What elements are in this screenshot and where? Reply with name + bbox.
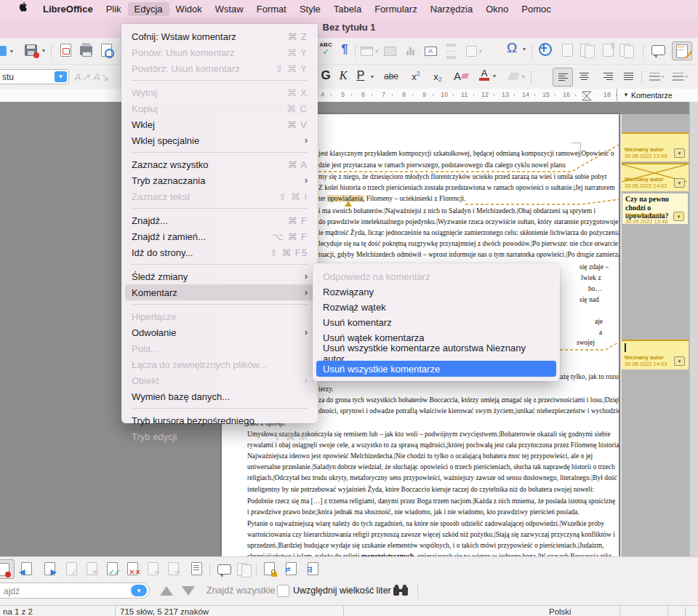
italic-icon[interactable]: K: [336, 68, 350, 83]
underline-dropdown-icon[interactable]: ▼: [369, 69, 375, 84]
accept-all-changes-icon[interactable]: ✓✓: [105, 561, 119, 576]
comment-menu-button[interactable]: ▼: [674, 356, 685, 366]
submenu-item-delete-comment[interactable]: Usuń komentarz: [316, 315, 556, 330]
match-case-checkbox[interactable]: [277, 585, 289, 597]
bold-icon[interactable]: G: [318, 68, 333, 83]
menubar-item-wstaw[interactable]: Wstaw: [209, 2, 250, 16]
highlight-color-icon[interactable]: [506, 69, 521, 84]
comment-menu-button[interactable]: ▼: [673, 212, 684, 221]
page-break-icon[interactable]: [444, 44, 458, 58]
menubar-item-format[interactable]: Format: [250, 2, 293, 16]
status-language[interactable]: Polski: [549, 607, 571, 616]
comment-anchor-highlight[interactable]: opowiadania,: [327, 195, 364, 202]
menu-item-track-changes[interactable]: Śledź zmiany›: [125, 268, 314, 284]
menubar-item-widok[interactable]: Widok: [169, 2, 209, 16]
menubar-item-plik[interactable]: Plik: [100, 2, 128, 16]
decrease-font-size-icon[interactable]: A↘: [94, 70, 108, 84]
menubar-item-libreoffice[interactable]: LibreOffice: [36, 2, 100, 16]
comment-menu-button[interactable]: ▼: [674, 178, 685, 188]
subscript-icon[interactable]: x2: [430, 69, 445, 84]
comment-card[interactable]: Czy na pewno chodzi o opowiadania? Niezn…: [622, 193, 689, 225]
align-left-icon[interactable]: [553, 68, 573, 87]
comment-bubble-icon[interactable]: [217, 562, 231, 577]
menubar-item-narzedzia[interactable]: Narzędzia: [424, 2, 480, 16]
insert-endnote-icon[interactable]: [580, 43, 595, 57]
comment-card[interactable]: Nieznany autor 30.05.2022 14:02 ▼: [622, 163, 689, 191]
comment-menu-button[interactable]: ▼: [674, 148, 685, 158]
underline-icon[interactable]: P: [353, 68, 368, 83]
submenu-item-resolve-thread[interactable]: Rozwiąż wątek: [316, 300, 556, 315]
formatting-marks-icon[interactable]: ¶: [337, 42, 352, 57]
special-character-dropdown-icon[interactable]: ▼: [521, 41, 527, 56]
spellcheck-icon[interactable]: ABC✓: [318, 41, 333, 56]
search-input[interactable]: ajdź ▼: [0, 583, 150, 599]
find-all-button[interactable]: Znajdź wszystkie: [206, 585, 275, 596]
record-changes-icon[interactable]: [0, 559, 15, 579]
submenu-item-delete-all-comments[interactable]: Usuń wszystkie komentarze: [316, 361, 556, 377]
save-dropdown-icon[interactable]: ▼: [41, 43, 47, 57]
clear-formatting-icon[interactable]: A: [454, 68, 468, 83]
cross-reference-icon[interactable]: [619, 43, 634, 57]
insert-comment-icon[interactable]: [651, 43, 665, 57]
menu-item-reference[interactable]: Odwołanie›: [125, 324, 314, 340]
open-icon[interactable]: [0, 44, 7, 58]
insert-footnote-icon[interactable]: [560, 43, 574, 57]
bullet-list-dropdown-icon[interactable]: ▼: [660, 69, 666, 84]
font-color-dropdown-icon[interactable]: ▼: [492, 68, 497, 83]
text-box-icon[interactable]: A: [423, 44, 438, 58]
insert-image-icon[interactable]: [382, 44, 397, 58]
menu-item-paste[interactable]: Wklej⌘ V: [125, 116, 314, 132]
reject-all-changes-icon[interactable]: ✕✕: [125, 561, 140, 576]
paragraph-style-combo[interactable]: stu ▼: [0, 69, 69, 84]
open-dropdown-icon[interactable]: ▼: [9, 44, 15, 58]
menubar-item-edycja[interactable]: Edycja: [128, 2, 169, 16]
find-previous-icon[interactable]: [160, 586, 173, 596]
indent-marker[interactable]: [582, 91, 592, 101]
insert-chart-icon[interactable]: [403, 44, 417, 58]
apple-icon[interactable]: [0, 2, 36, 16]
hyperlink-icon[interactable]: [538, 42, 553, 57]
merge-document-icon[interactable]: ⇶: [305, 561, 320, 576]
find-next-icon[interactable]: [182, 586, 195, 596]
insert-bookmark-icon[interactable]: [601, 43, 615, 57]
print-icon[interactable]: [79, 43, 93, 57]
submenu-item-delete-by-author[interactable]: Usuń wszystkie komentarze autorstwa Niez…: [316, 345, 556, 361]
menu-item-go-to-page[interactable]: Idź do strony...⇧ ⌘ F5: [125, 244, 314, 260]
numbered-list-icon[interactable]: [670, 69, 685, 84]
highlight-color-dropdown-icon[interactable]: ▼: [521, 69, 526, 84]
save-icon[interactable]: [23, 43, 38, 57]
special-character-icon[interactable]: Ω: [505, 41, 519, 55]
insert-field-icon[interactable]: [464, 44, 478, 58]
insert-table-icon[interactable]: [359, 44, 374, 58]
menu-item-direct-cursor-mode[interactable]: Tryb kursora bezpośredniego: [125, 412, 314, 428]
insert-table-dropdown-icon[interactable]: ▼: [374, 44, 380, 58]
menubar-item-tabela[interactable]: Tabela: [327, 2, 368, 16]
align-justify-icon[interactable]: [621, 69, 635, 84]
export-pdf-icon[interactable]: [58, 43, 73, 57]
status-word-count[interactable]: 715 słów, 5 217 znaków: [120, 607, 209, 616]
horizontal-ruler[interactable]: 4 5 6 7 8 9 10 11 12 13 14 15 16 17 18 ▼…: [0, 89, 698, 103]
comment-card[interactable]: Nieznany autor 30.05.2022 13:49 ▼: [622, 132, 689, 161]
increase-font-size-icon[interactable]: A↗: [75, 70, 89, 84]
protect-changes-icon[interactable]: [262, 561, 276, 576]
menu-item-exchange-database[interactable]: Wymień bazę danych...: [125, 388, 314, 404]
find-replace-icon[interactable]: [393, 584, 409, 597]
menu-item-paste-special[interactable]: Wklej specjalnie›: [125, 132, 314, 148]
menu-item-selection-mode[interactable]: Tryb zaznaczania›: [125, 172, 314, 188]
superscript-icon[interactable]: x2: [409, 69, 423, 84]
insert-field-dropdown-icon[interactable]: ▼: [478, 44, 484, 58]
track-changes-edit-icon[interactable]: [672, 41, 692, 60]
print-preview-icon[interactable]: [99, 43, 113, 57]
menu-item-find-replace[interactable]: Znajdź i zamień...⌥ ⌘ F: [125, 228, 314, 244]
menu-item-undo[interactable]: Cofnij: Wstaw komentarz⌘ Z: [125, 28, 314, 44]
manage-changes-icon[interactable]: [189, 561, 204, 576]
menu-item-find[interactable]: Znajdź...⌘ F: [125, 212, 314, 228]
submenu-item-resolved[interactable]: Rozwiązany: [316, 284, 556, 300]
previous-change-icon[interactable]: ◀: [19, 561, 33, 576]
comment-card[interactable]: Nieznany autor 30.05.2022 14:03 ▼: [622, 340, 689, 369]
numbered-list-dropdown-icon[interactable]: ▼: [683, 69, 689, 84]
paragraph-style-dropdown-icon[interactable]: ▼: [55, 71, 67, 82]
bullet-list-icon[interactable]: [647, 69, 662, 84]
align-right-icon[interactable]: [601, 69, 615, 84]
menubar-item-okno[interactable]: Okno: [479, 2, 515, 16]
